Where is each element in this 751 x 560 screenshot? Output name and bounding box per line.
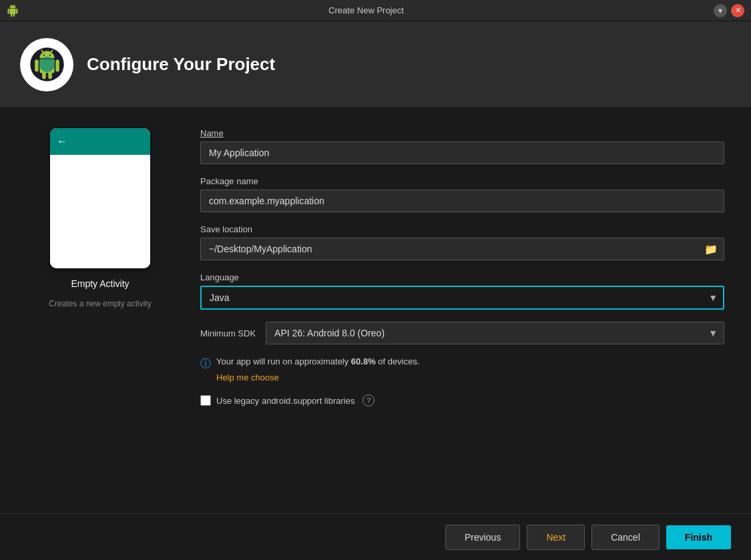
package-group: Package name xyxy=(200,176,724,212)
android-studio-icon xyxy=(29,46,65,83)
sdk-info-row: ⓘ Your app will run on approximately 60.… xyxy=(200,356,724,371)
title-bar-left xyxy=(7,5,19,17)
left-panel: ← Empty Activity Creates a new empty act… xyxy=(27,128,174,493)
language-label: Language xyxy=(200,272,724,282)
back-arrow-icon: ← xyxy=(57,135,67,148)
cancel-button[interactable]: Cancel xyxy=(591,525,660,550)
language-select[interactable]: Java Kotlin xyxy=(200,286,724,310)
svg-point-1 xyxy=(39,57,55,72)
legacy-help-icon[interactable]: ? xyxy=(362,394,374,406)
sdk-select-wrapper: API 16: Android 4.1 (Jelly Bean) API 21:… xyxy=(266,322,724,344)
phone-toolbar: ← xyxy=(50,128,150,155)
form-panel: Name Package name Save location 📁 Langua… xyxy=(200,128,724,493)
language-group: Language Java Kotlin ▼ xyxy=(200,272,724,310)
sdk-info-section: ⓘ Your app will run on approximately 60.… xyxy=(200,356,724,382)
android-small-icon xyxy=(7,5,19,17)
title-bar-title-text: Create New Project xyxy=(19,5,714,15)
page-title: Configure Your Project xyxy=(87,54,275,75)
phone-preview: ← xyxy=(50,128,150,268)
activity-label: Empty Activity xyxy=(71,278,129,289)
header: Configure Your Project xyxy=(0,21,751,108)
name-group: Name xyxy=(200,128,724,164)
folder-icon[interactable]: 📁 xyxy=(704,243,718,256)
android-studio-logo xyxy=(20,38,73,91)
package-label: Package name xyxy=(200,176,724,186)
save-location-group: Save location 📁 xyxy=(200,224,724,260)
help-link[interactable]: Help me choose xyxy=(216,372,724,382)
package-input[interactable] xyxy=(200,190,724,212)
next-button[interactable]: Next xyxy=(527,525,585,550)
save-location-input[interactable] xyxy=(200,238,724,260)
sdk-row: Minimum SDK API 16: Android 4.1 (Jelly B… xyxy=(200,322,724,344)
legacy-checkbox[interactable] xyxy=(200,395,211,406)
sdk-info-text: Your app will run on approximately 60.8%… xyxy=(216,356,420,366)
name-label: Name xyxy=(200,128,724,138)
name-input[interactable] xyxy=(200,142,724,164)
legacy-checkbox-row: Use legacy android.support libraries ? xyxy=(200,394,724,406)
finish-button[interactable]: Finish xyxy=(666,525,731,549)
save-location-input-wrapper: 📁 xyxy=(200,238,724,260)
close-button[interactable]: ✕ xyxy=(731,4,744,17)
main-content: ← Empty Activity Creates a new empty act… xyxy=(0,108,751,513)
sdk-select[interactable]: API 16: Android 4.1 (Jelly Bean) API 21:… xyxy=(266,322,724,344)
legacy-label[interactable]: Use legacy android.support libraries xyxy=(216,396,354,406)
previous-button[interactable]: Previous xyxy=(445,525,520,550)
minimize-button[interactable]: ▼ xyxy=(714,4,727,17)
language-select-wrapper: Java Kotlin ▼ xyxy=(200,286,724,310)
sdk-label: Minimum SDK xyxy=(200,328,256,338)
info-icon: ⓘ xyxy=(200,357,211,371)
save-location-label: Save location xyxy=(200,224,724,234)
title-bar: Create New Project ▼ ✕ xyxy=(0,0,751,21)
bottom-bar: Previous Next Cancel Finish xyxy=(0,513,751,560)
title-bar-controls: ▼ ✕ xyxy=(714,4,744,17)
phone-body xyxy=(50,155,150,268)
activity-description: Creates a new empty activity xyxy=(49,299,151,308)
